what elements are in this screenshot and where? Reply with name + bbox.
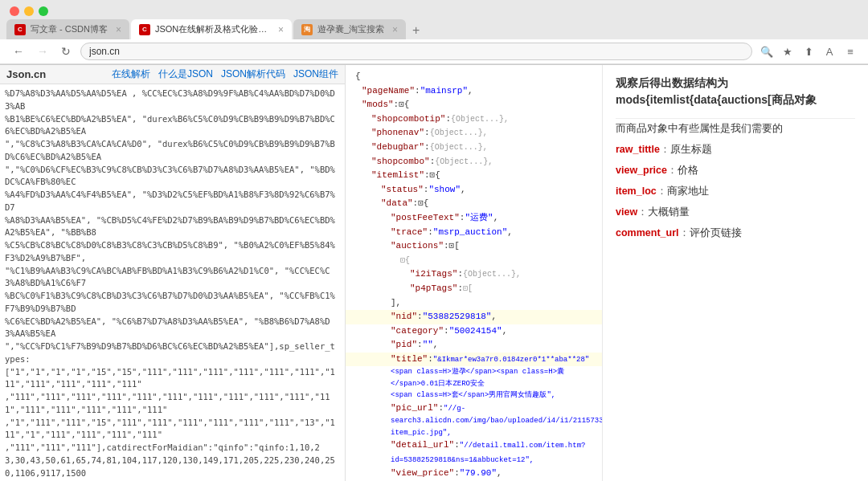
tree-line[interactable]: "pageName":"mainsrp", — [346, 84, 602, 99]
search-icon[interactable]: 🔍 — [759, 43, 775, 59]
tree-line[interactable]: "i2iTags":{Object...}, — [346, 267, 602, 282]
tab-favicon-json: C — [139, 24, 150, 35]
tab-favicon-taobao: 淘 — [301, 24, 313, 35]
tree-line[interactable]: ], — [346, 296, 602, 311]
maximize-button[interactable] — [39, 6, 48, 16]
main-area: Json.cn 在线解析 什么是JSON JSON解析代码 JSON组件 %D7… — [0, 65, 868, 481]
left-panel: Json.cn 在线解析 什么是JSON JSON解析代码 JSON组件 %D7… — [0, 65, 346, 481]
address-input[interactable] — [80, 43, 752, 60]
left-panel-header: Json.cn 在线解析 什么是JSON JSON解析代码 JSON组件 — [0, 65, 345, 84]
tab-close-csdn[interactable]: × — [116, 24, 121, 35]
annotation-title: 观察后得出数据结构为 mods{itemlist{data{auctions[商… — [616, 75, 855, 108]
nav-link-component[interactable]: JSON组件 — [293, 67, 338, 81]
share-icon[interactable]: ⬆ — [800, 43, 817, 59]
bookmark-icon[interactable]: ★ — [780, 43, 796, 59]
nav-link-whatjson[interactable]: 什么是JSON — [158, 67, 213, 81]
annotations-panel: 观察后得出数据结构为 mods{itemlist{data{auctions[商… — [603, 65, 868, 481]
tree-line[interactable]: "status":"show", — [346, 183, 602, 198]
tree-line[interactable]: "phonenav":{Object...}, — [346, 126, 602, 141]
tree-line[interactable]: "shopcombo":{Object...}, — [346, 155, 602, 169]
menu-icon[interactable]: ≡ — [842, 43, 858, 59]
tab-label-csdn: 写文章 - CSDN博客 — [31, 23, 108, 35]
tree-line[interactable]: "pid":"", — [346, 338, 602, 353]
annotation-subtitle: 而商品对象中有些属性是我们需要的 — [616, 120, 855, 137]
browser-chrome: C 写文章 - CSDN博客 × C JSON在线解析及格式化验证 - × 淘 … — [0, 0, 868, 65]
annotation-view-price: view_price：价格 — [616, 162, 855, 178]
tree-line[interactable]: "debugbar":{Object...}, — [346, 141, 602, 155]
tree-line-nid[interactable]: "nid":"53882529818", — [346, 310, 602, 324]
raw-json-text: %D7%A8%D3%AA%D5%AA%D5%EA , %CC%EC%C3%A8%… — [5, 88, 340, 481]
annotation-raw-tittle: raw_tittle：原生标题 — [616, 141, 855, 157]
tree-line[interactable]: <span class=H>套</span>男用官网女情趣版", — [346, 389, 602, 401]
new-tab-button[interactable]: + — [407, 23, 424, 38]
back-button[interactable]: ← — [10, 43, 27, 59]
tree-line-title[interactable]: "title":"&Ikmar*ew3a7r0.0184zer0*1**aba*… — [346, 353, 602, 367]
tabs-bar: C 写文章 - CSDN博客 × C JSON在线解析及格式化验证 - × 淘 … — [0, 19, 868, 39]
forward-button[interactable]: → — [34, 43, 51, 59]
divider — [616, 118, 855, 119]
tree-line[interactable]: "postFeeText":"运费", — [346, 211, 602, 226]
tree-line[interactable]: "shopcombotip":{Object...}, — [346, 112, 602, 127]
toolbar-icons: 🔍 ★ ⬆ A ≡ — [759, 43, 858, 59]
json-cn-logo: Json.cn — [6, 68, 46, 80]
tree-line[interactable]: "itemlist":⊡{ — [346, 169, 602, 183]
close-button[interactable] — [10, 6, 19, 16]
tree-line[interactable]: <span class=H>遊孕</span><span class=H>囊</… — [346, 366, 602, 389]
header-nav-links: 在线解析 什么是JSON JSON解析代码 JSON组件 — [112, 67, 338, 81]
annotation-item-loc: item_loc：商家地址 — [616, 183, 855, 199]
tab-json[interactable]: C JSON在线解析及格式化验证 - × — [131, 19, 292, 39]
traffic-lights — [0, 0, 868, 19]
minimize-button[interactable] — [24, 6, 34, 16]
left-content[interactable]: %D7%A8%D3%AA%D5%AA%D5%EA , %CC%EC%C3%A8%… — [0, 84, 345, 481]
tree-line[interactable]: "trace":"msrp_auction", — [346, 226, 602, 240]
tab-favicon-csdn: C — [14, 24, 26, 35]
tree-line[interactable]: ⊡{ — [346, 254, 602, 268]
tree-line[interactable]: "view_price":"79.90", — [346, 467, 602, 481]
reader-icon[interactable]: A — [821, 43, 837, 59]
tab-taobao[interactable]: 淘 遊孕囊_淘宝搜索 × — [293, 19, 406, 39]
tree-line[interactable]: "auctions":⊡[ — [346, 239, 602, 254]
annotation-comment-url: comment_url：评价页链接 — [616, 225, 855, 241]
tree-line[interactable]: "pic_url":"//g- — [346, 402, 602, 416]
tree-line[interactable]: { — [346, 70, 602, 84]
annotation-view: view：大概销量 — [616, 204, 855, 220]
refresh-button[interactable]: ↻ — [58, 43, 74, 59]
tab-close-taobao[interactable]: × — [392, 24, 398, 35]
tree-line[interactable]: "detail_url":"//detail.tmall.com/item.ht… — [346, 438, 602, 467]
tree-line[interactable]: search3.alicdn.com/img/bao/uploaded/i4/i… — [346, 415, 602, 438]
nav-link-parse[interactable]: 在线解析 — [112, 67, 150, 81]
tree-line[interactable]: "p4pTags":⊡[ — [346, 282, 602, 296]
tab-csdn[interactable]: C 写文章 - CSDN博客 × — [6, 19, 129, 39]
tab-label-json: JSON在线解析及格式化验证 - — [155, 23, 270, 35]
tree-line[interactable]: "mods":⊡{ — [346, 98, 602, 112]
json-tree-panel: { "pageName":"mainsrp", "mods":⊡{ "shopc… — [346, 65, 603, 481]
tree-line[interactable]: "data":⊡{ — [346, 197, 602, 211]
nav-link-code[interactable]: JSON解析代码 — [221, 67, 285, 81]
tree-line[interactable]: "category":"50024154", — [346, 324, 602, 339]
address-bar-row: ← → ↻ 🔍 ★ ⬆ A ≡ — [0, 39, 868, 64]
tab-label-taobao: 遊孕囊_淘宝搜索 — [317, 23, 384, 35]
tab-close-json[interactable]: × — [278, 24, 284, 35]
